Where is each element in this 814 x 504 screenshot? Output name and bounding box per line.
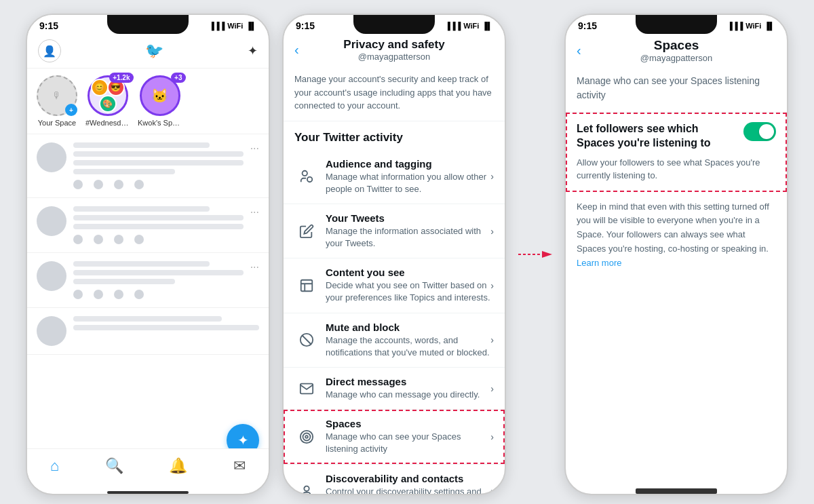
wed-space-label: #WednesdayDesignCrit... (85, 119, 130, 127)
your-space-avatar-wrap: 🎙 + (37, 75, 77, 116)
spaces-menu-title: Spaces (326, 418, 490, 429)
spaces-row: 🎙 + Your Space 😊 😎 🎨 +1.2k (27, 69, 269, 134)
svg-marker-10 (542, 251, 552, 258)
feed-line (73, 279, 175, 284)
kwok-avatar-wrap: 🐱 +3 (140, 75, 180, 116)
user-avatar[interactable]: 👤 (38, 39, 61, 62)
dm-desc: Manage who can message you directly. (326, 389, 490, 401)
toggle-switch[interactable] (743, 122, 776, 141)
audience-chevron-icon: › (490, 171, 494, 182)
privacy-title-wrap: Privacy and safety @mayagpatterson (343, 38, 444, 62)
svg-point-5 (305, 435, 308, 438)
retweet-dot (94, 290, 103, 299)
mute-text: Mute and block Manage the accounts, word… (326, 322, 490, 359)
svg-rect-2 (301, 280, 313, 292)
menu-direct-messages[interactable]: Direct messages Manage who can message y… (284, 368, 505, 410)
privacy-username: @mayagpatterson (343, 52, 444, 62)
twitter-header: 👤 🐦 ✦ (27, 34, 269, 69)
add-space-icon: 🎙 (52, 90, 62, 101)
mute-desc: Manage the accounts, words, and notifica… (326, 334, 490, 359)
status-icons-2: ▐▐▐ WiFi ▐▌ (445, 22, 492, 30)
audience-title: Audience and tagging (326, 158, 490, 170)
feed-actions (73, 180, 244, 189)
search-nav[interactable]: 🔍 (105, 457, 123, 475)
spaces-icon (294, 425, 319, 449)
audience-desc: Manage what information you allow other … (326, 171, 490, 195)
time-1: 9:15 (39, 20, 58, 31)
feed-avatar-3 (37, 261, 66, 291)
discover-chevron-icon: › (490, 486, 494, 495)
avatar-person-icon: 👤 (43, 45, 56, 58)
phone-privacy: 9:15 ▐▐▐ WiFi ▐▌ ‹ Privacy and safety @m… (282, 14, 506, 495)
count-badge-2: +3 (171, 73, 185, 83)
tweets-chevron-icon: › (490, 226, 494, 237)
content-desc: Decide what you see on Twitter based on … (326, 279, 490, 304)
tweets-text: Your Tweets Manage the information assoc… (326, 212, 490, 250)
feed-item (27, 308, 269, 355)
more-icon[interactable]: ··· (250, 142, 259, 189)
home-nav[interactable]: ⌂ (50, 457, 59, 475)
messages-nav[interactable]: ✉ (233, 457, 246, 475)
feed-item: ··· (27, 134, 269, 198)
svg-point-8 (304, 486, 309, 491)
space-item-wednesday[interactable]: 😊 😎 🎨 +1.2k #WednesdayDesignCrit... (85, 75, 130, 127)
share-dot (134, 235, 144, 244)
discover-desc: Control your discoverability settings an… (326, 486, 490, 495)
toggle-note: Keep in mind that even with this setting… (566, 200, 787, 271)
menu-audience-tagging[interactable]: Audience and tagging Manage what informa… (284, 150, 505, 204)
feed-avatar-2 (37, 206, 66, 236)
wifi-icon: WiFi (227, 22, 243, 30)
back-button[interactable]: ‹ (294, 42, 299, 58)
arrow-connector (518, 244, 552, 265)
discover-text: Discoverability and contacts Control you… (326, 473, 490, 495)
space-item-kwok[interactable]: 🐱 +3 Kwok's Space (138, 75, 182, 127)
audience-icon (294, 164, 319, 189)
content-icon (294, 273, 319, 298)
feed-actions (73, 290, 244, 299)
more-icon[interactable]: ··· (250, 261, 259, 299)
spaces-menu-desc: Manage who can see your Spaces listening… (326, 431, 490, 455)
like-dot (73, 235, 83, 244)
space-item-yours[interactable]: 🎙 + Your Space (37, 75, 77, 127)
feed-line (73, 142, 210, 148)
your-space-label: Your Space (38, 119, 76, 127)
count-badge-1: +1.2k (109, 73, 133, 83)
phone-spaces: 9:15 ▐▐▐ WiFi ▐▌ ‹ Spaces @mayagpatterso… (564, 14, 788, 495)
spaces-title-wrap: Spaces @mayagpatterson (640, 38, 712, 63)
menu-discoverability[interactable]: Discoverability and contacts Control you… (284, 465, 505, 495)
feed-avatar-1 (37, 142, 66, 172)
feed-item: ··· (27, 253, 269, 308)
avatar-3: 🎨 (99, 95, 117, 113)
reply-dot (114, 235, 123, 244)
svg-point-1 (307, 177, 312, 182)
menu-spaces[interactable]: Spaces Manage who can see your Spaces li… (284, 410, 505, 464)
notifications-nav[interactable]: 🔔 (169, 457, 187, 475)
reply-dot (114, 180, 123, 189)
tweets-title: Your Tweets (326, 212, 490, 224)
battery-icon-3: ▐▌ (764, 22, 775, 30)
spaces-back-button[interactable]: ‹ (577, 43, 581, 58)
twitter-logo: 🐦 (145, 42, 163, 60)
learn-more-link[interactable]: Learn more (577, 258, 621, 268)
notch-2 (353, 15, 435, 34)
feed-line (73, 160, 244, 166)
spaces-page-title: Spaces (640, 38, 712, 53)
discover-icon (294, 479, 319, 495)
toggle-row: Let followers see which Spaces you're li… (577, 122, 776, 151)
feed-line (73, 206, 210, 212)
feed-line (73, 169, 175, 174)
home-indicator (107, 491, 189, 494)
menu-mute-block[interactable]: Mute and block Manage the accounts, word… (284, 313, 505, 368)
content-chevron-icon: › (490, 280, 494, 291)
discover-title: Discoverability and contacts (326, 473, 490, 484)
mute-title: Mute and block (326, 322, 490, 333)
menu-your-tweets[interactable]: Your Tweets Manage the information assoc… (284, 204, 505, 258)
feed-line (73, 325, 259, 330)
status-icons-1: ▐▐▐ WiFi ▐▌ (209, 22, 256, 30)
avatar-1: 😊 (91, 79, 109, 96)
sparkle-icon[interactable]: ✦ (248, 43, 258, 58)
more-icon[interactable]: ··· (250, 206, 259, 244)
time-2: 9:15 (296, 20, 315, 31)
dashed-arrow-svg (518, 244, 552, 265)
menu-content[interactable]: Content you see Decide what you see on T… (284, 258, 505, 313)
